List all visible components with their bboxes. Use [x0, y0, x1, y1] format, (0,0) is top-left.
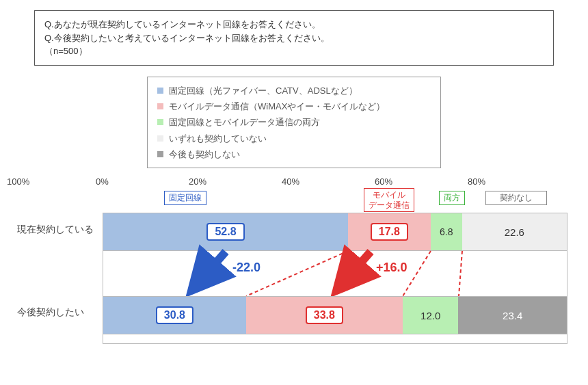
question-box: Q.あなたが現在契約しているインターネット回線をお答えください。 Q.今後契約し…	[34, 10, 554, 66]
val-future-mobile: 33.8	[306, 306, 343, 324]
delta-fixed: -22.0	[232, 261, 260, 275]
legend-swatch	[157, 151, 163, 157]
annot-mobile: モバイル データ通信	[364, 188, 414, 212]
val-current-mobile: 17.8	[371, 223, 408, 241]
seg-future-mobile: 33.8	[246, 297, 403, 334]
axis-tick: 100%	[7, 176, 580, 187]
val-future-none: 23.4	[503, 310, 522, 321]
val-future-fixed: 30.8	[156, 306, 193, 324]
bar-future: 30.8 33.8 12.0 23.4	[103, 296, 567, 334]
seg-future-fixed: 30.8	[103, 297, 246, 334]
x-axis: 0% 20% 40% 60% 80% 100%	[103, 176, 567, 187]
legend-label: モバイルデータ通信（WiMAXやイー・モバイルなど）	[169, 98, 385, 114]
question-line1: Q.あなたが現在契約しているインターネット回線をお答えください。	[44, 18, 544, 31]
bar-current: 52.8 17.8 6.8 22.6	[103, 213, 567, 251]
legend-item: 固定回線（光ファイバー、CATV、ADSLなど）	[157, 83, 431, 98]
val-future-both: 12.0	[420, 310, 440, 321]
legend-item: いずれも契約していない	[157, 131, 431, 146]
legend-item: 今後も契約しない	[157, 146, 431, 162]
legend-swatch	[157, 103, 163, 109]
seg-current-both: 6.8	[431, 213, 462, 250]
annot-none: 契約なし	[485, 191, 547, 204]
svg-line-2	[459, 251, 462, 296]
seg-current-mobile: 17.8	[348, 213, 431, 250]
seg-future-none: 23.4	[458, 297, 567, 334]
plot-area: 固定回線 モバイル データ通信 両方 契約なし 現在契約している 52.8 17…	[103, 187, 567, 351]
question-line2: Q.今後契約したいと考えているインターネット回線をお答えください。	[44, 31, 544, 45]
row-label-future: 今後契約したい	[17, 306, 99, 319]
svg-line-0	[246, 251, 348, 296]
question-n: （n=500）	[44, 44, 544, 58]
val-current-fixed: 52.8	[206, 223, 244, 241]
legend: 固定回線（光ファイバー、CATV、ADSLなど） モバイルデータ通信（WiMAX…	[147, 77, 441, 169]
plot-bottom-border	[103, 334, 567, 344]
seg-future-both: 12.0	[403, 297, 458, 334]
seg-current-fixed: 52.8	[103, 213, 348, 250]
legend-label: いずれも契約していない	[169, 131, 267, 146]
row-label-current: 現在契約している	[17, 224, 99, 236]
legend-swatch	[157, 135, 163, 142]
legend-item: 固定回線とモバイルデータ通信の両方	[157, 114, 431, 130]
connector-lines	[103, 251, 567, 296]
annot-fixed: 固定回線	[164, 191, 206, 204]
annot-both: 両方	[439, 191, 465, 204]
svg-line-3	[202, 252, 226, 279]
legend-swatch	[157, 119, 163, 125]
val-current-both: 6.8	[440, 226, 453, 237]
legend-swatch	[157, 88, 163, 94]
legend-label: 固定回線とモバイルデータ通信の両方	[169, 114, 320, 130]
legend-label: 今後も契約しない	[169, 146, 240, 162]
delta-mobile: +16.0	[376, 261, 407, 275]
svg-line-4	[347, 252, 371, 279]
val-current-none: 22.6	[505, 226, 524, 238]
chart: 0% 20% 40% 60% 80% 100% 固定回線 モバイル データ通信 …	[14, 176, 567, 351]
seg-current-none: 22.6	[462, 213, 567, 250]
legend-item: モバイルデータ通信（WiMAXやイー・モバイルなど）	[157, 98, 431, 114]
legend-label: 固定回線（光ファイバー、CATV、ADSLなど）	[169, 83, 358, 98]
